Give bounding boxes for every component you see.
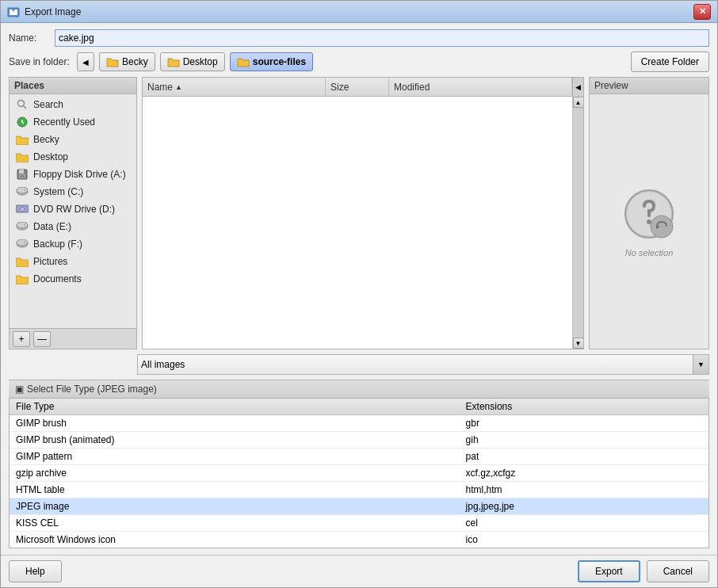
folder-icon — [16, 133, 29, 146]
table-row[interactable]: GIMP pattern pat — [10, 449, 708, 465]
place-label: System (C:) — [33, 186, 83, 197]
place-item-recently-used[interactable]: Recently Used — [10, 113, 136, 131]
cell-file-type: JPEG image — [10, 498, 460, 515]
svg-point-20 — [17, 239, 28, 246]
name-label: Name: — [9, 32, 48, 44]
back-button[interactable]: ◀ — [77, 52, 94, 71]
places-panel: Places Search — [9, 77, 137, 349]
cell-extensions: xcf.gz,xcfgz — [460, 465, 708, 482]
place-label: Backup (F:) — [33, 239, 82, 250]
cell-file-type: HTML table — [10, 482, 460, 498]
place-item-becky[interactable]: Becky — [10, 131, 136, 148]
scroll-down-button[interactable]: ▼ — [573, 338, 584, 349]
svg-point-11 — [17, 187, 28, 193]
cell-file-type: GIMP brush (animated) — [10, 432, 460, 449]
filter-dropdown-button[interactable]: ▼ — [693, 354, 709, 375]
breadcrumb-source-files[interactable]: source-files — [230, 52, 313, 71]
svg-rect-7 — [19, 170, 24, 174]
bottom-bar: Help Export Cancel — [1, 555, 717, 587]
export-image-dialog: Export Image ✕ Name: Save in folder: ◀ B… — [0, 0, 718, 588]
cancel-button[interactable]: Cancel — [647, 560, 709, 582]
table-row-highlighted[interactable]: JPEG image jpg,jpeg,jpe — [10, 498, 708, 515]
svg-point-18 — [24, 224, 25, 226]
table-row[interactable]: GIMP brush gbr — [10, 415, 708, 432]
create-folder-button[interactable]: Create Folder — [631, 52, 709, 72]
places-remove-button[interactable]: — — [33, 331, 51, 347]
place-label: Floppy Disk Drive (A:) — [33, 169, 126, 180]
table-row[interactable]: HTML table html,htm — [10, 482, 708, 498]
scroll-up-button[interactable]: ▲ — [573, 97, 584, 108]
preview-no-selection: No selection — [625, 248, 674, 258]
cell-extensions: gih — [460, 432, 708, 449]
place-label: Search — [33, 99, 63, 110]
floppy-icon — [16, 168, 29, 181]
places-add-button[interactable]: + — [13, 331, 30, 347]
file-type-section: ▣ Select File Type (JPEG image) File Typ… — [9, 380, 709, 548]
place-item-system[interactable]: System (C:) — [10, 183, 136, 200]
filter-select[interactable]: All images JPEG PNG BMP GIF TIFF — [137, 354, 693, 375]
drive-icon — [16, 238, 29, 250]
col-file-type: File Type — [10, 399, 460, 415]
cell-file-type: gzip archive — [10, 465, 460, 482]
place-label: Recently Used — [33, 116, 95, 128]
files-header: Name ▲ Size Modified ◀ — [143, 78, 583, 97]
preview-header: Preview — [590, 78, 708, 94]
places-list: Search Recently Used — [10, 94, 136, 328]
file-type-table-container: File Type Extensions GIMP brush gbr GIMP… — [9, 398, 709, 548]
cell-extensions: cel — [460, 515, 708, 532]
place-item-desktop[interactable]: Desktop — [10, 148, 136, 166]
place-item-dvdrw[interactable]: DVD RW Drive (D:) — [10, 200, 136, 218]
breadcrumb-becky[interactable]: Becky — [99, 52, 155, 71]
table-row[interactable]: Microsoft Windows icon ico — [10, 532, 708, 548]
dialog-content: Name: Save in folder: ◀ Becky Desktop — [1, 23, 717, 555]
places-header: Places — [10, 78, 136, 94]
name-input[interactable] — [55, 29, 709, 47]
place-item-pictures[interactable]: Pictures — [10, 253, 136, 270]
table-row[interactable]: KISS CEL cel — [10, 515, 708, 532]
files-col-modified[interactable]: Modified — [389, 78, 572, 96]
svg-point-17 — [17, 222, 28, 228]
svg-point-3 — [18, 101, 25, 107]
table-row[interactable]: GIMP brush (animated) gih — [10, 432, 708, 449]
header-scroll-button[interactable]: ◀ — [572, 78, 583, 97]
recently-used-icon — [16, 116, 29, 128]
cell-file-type: Microsoft Windows icon — [10, 532, 460, 548]
place-label: Becky — [33, 134, 59, 145]
file-type-header[interactable]: ▣ Select File Type (JPEG image) — [9, 380, 709, 398]
drive-icon — [16, 220, 29, 233]
cell-file-type: GIMP brush — [10, 415, 460, 432]
place-item-data[interactable]: Data (E:) — [10, 218, 136, 235]
file-type-table: File Type Extensions GIMP brush gbr GIMP… — [10, 399, 708, 548]
close-button[interactable]: ✕ — [693, 4, 711, 20]
help-button[interactable]: Help — [9, 560, 62, 582]
export-button[interactable]: Export — [578, 560, 640, 582]
folder-icon — [16, 255, 29, 268]
files-col-size[interactable]: Size — [326, 78, 389, 96]
cell-extensions: html,htm — [460, 482, 708, 498]
dvd-icon — [16, 203, 29, 216]
place-item-search[interactable]: Search — [10, 96, 136, 113]
cell-extensions: gbr — [460, 415, 708, 432]
svg-point-12 — [24, 189, 25, 191]
place-item-documents[interactable]: Documents — [10, 270, 136, 288]
place-item-backup[interactable]: Backup (F:) — [10, 235, 136, 253]
table-row[interactable]: gzip archive xcf.gz,xcfgz — [10, 465, 708, 482]
files-content — [143, 97, 572, 349]
title-bar-title: Export Image — [25, 6, 693, 17]
file-type-header-label: Select File Type (JPEG image) — [27, 384, 157, 395]
folder-label: Save in folder: — [9, 56, 72, 67]
file-type-collapse-icon: ▣ — [15, 384, 24, 395]
files-col-name[interactable]: Name ▲ — [143, 78, 326, 96]
folder-row: Save in folder: ◀ Becky Desktop source-f… — [9, 52, 709, 72]
place-label: Pictures — [33, 256, 67, 267]
svg-point-15 — [21, 208, 23, 210]
preview-icon — [621, 186, 677, 242]
main-area: Places Search — [9, 77, 709, 349]
bottom-right-buttons: Export Cancel — [578, 560, 709, 582]
place-item-floppy[interactable]: Floppy Disk Drive (A:) — [10, 166, 136, 183]
svg-point-25 — [651, 216, 673, 238]
cell-file-type: KISS CEL — [10, 515, 460, 532]
drive-icon — [16, 185, 29, 198]
files-inner: ▲ ▼ — [143, 97, 583, 349]
breadcrumb-desktop[interactable]: Desktop — [160, 52, 225, 71]
